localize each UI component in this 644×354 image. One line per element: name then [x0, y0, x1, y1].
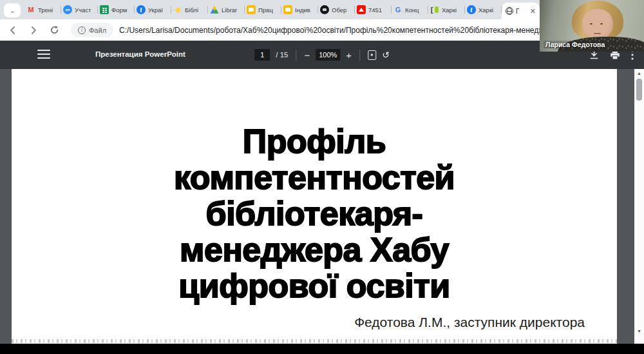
scroll-down-icon[interactable]: ▼	[634, 327, 644, 335]
bottom-letterbox-bar	[0, 344, 644, 354]
slides-icon	[247, 5, 256, 14]
cutoff-footer-text	[12, 339, 617, 343]
slide-title-line: компетентностей	[12, 159, 617, 195]
gmail-icon	[26, 5, 35, 14]
browser-tab[interactable]: Украї	[135, 0, 171, 19]
page-number-input[interactable]: 1	[254, 49, 270, 61]
active-tab-label: Г	[516, 8, 519, 15]
file-scheme-chip[interactable]: i Файл	[71, 23, 113, 37]
slide-title-line: цифрової освіти	[12, 268, 617, 304]
browser-tab[interactable]: Біблі	[171, 0, 208, 19]
brackets-icon	[430, 5, 439, 14]
pdf-page-controls: 1 / 15 − 100% + ↻	[254, 41, 389, 69]
browser-tab[interactable]: Форм	[98, 0, 135, 19]
tab-label: Украї	[148, 6, 163, 14]
page-total-label: / 15	[276, 51, 288, 59]
participant-face	[582, 9, 613, 40]
webcam-video-overlay[interactable]: Лариса Федотова	[540, 0, 644, 52]
tab-label: Індив	[295, 6, 310, 14]
toolbar-divider	[359, 50, 360, 61]
forward-button[interactable]	[26, 23, 41, 38]
browser-tab[interactable]: Харкі	[428, 0, 465, 19]
zoom-level-input[interactable]: 100%	[316, 49, 340, 61]
tab-label: Харкі	[478, 6, 493, 14]
browser-tab[interactable]: Трені	[24, 0, 61, 19]
browser-tab[interactable]: Харкі	[465, 0, 502, 19]
screen: ⌄ ТреніУчастФормУкраїБібліLibrarПрацІнди…	[0, 0, 644, 354]
slides-icon	[283, 5, 292, 14]
tab-label: Участ	[75, 6, 91, 14]
zoom-in-button[interactable]: +	[346, 50, 352, 60]
back-button[interactable]	[5, 23, 21, 38]
slide-title: Профількомпетентностейбібліотекаря-менед…	[12, 123, 617, 304]
globe-icon	[506, 7, 513, 15]
tab-label: Трені	[38, 6, 53, 14]
active-tab[interactable]: Г ✕	[502, 3, 540, 19]
document-title: Презентация PowerPoint	[95, 50, 185, 58]
close-tab-icon[interactable]: ✕	[530, 8, 536, 15]
zoom-out-button[interactable]: −	[304, 50, 310, 60]
rotate-button[interactable]: ↻	[382, 50, 390, 60]
scroll-up-icon[interactable]: ▲	[634, 69, 644, 77]
drive-icon	[210, 5, 219, 14]
facebook-icon	[137, 5, 146, 14]
tab-label: Librar	[222, 6, 237, 14]
dark-icon	[320, 5, 329, 14]
slide-title-line: Профіль	[12, 123, 617, 159]
tab-label: Прац	[258, 6, 273, 14]
tab-label: Біблі	[185, 6, 198, 14]
slide-page: Профількомпетентностейбібліотекаря-менед…	[12, 69, 617, 344]
tab-label: Харкі	[442, 6, 457, 14]
facebook-icon	[467, 5, 476, 14]
zoom-icon	[63, 5, 72, 14]
menu-icon[interactable]	[37, 50, 50, 59]
chevron-down-icon: ⌄	[10, 7, 15, 14]
inactive-tabs: ТреніУчастФормУкраїБібліLibrarПрацІндивО…	[24, 0, 502, 19]
tab-label: Конц	[405, 6, 419, 14]
tab-label: Форм	[111, 6, 127, 14]
participant-name-label: Лариса Федотова	[544, 41, 607, 48]
slide-title-line: менеджера Хабу	[12, 231, 617, 268]
slide-author: Федотова Л.М., заступник директора	[12, 315, 617, 330]
tab-label: Обер	[332, 6, 346, 14]
reload-button[interactable]	[46, 23, 62, 38]
info-icon: i	[78, 26, 86, 34]
scrollbar-thumb[interactable]	[636, 79, 642, 101]
google-icon	[393, 5, 402, 14]
toolbar-divider	[296, 50, 296, 61]
browser-tab[interactable]: Обер	[318, 0, 355, 19]
url-field[interactable]: C:/Users/Larisa/Documents/робота/Хаб%20ц…	[119, 26, 570, 35]
browser-tab[interactable]: Індив	[281, 0, 318, 19]
pdf-viewer-area: Профількомпетентностейбібліотекаря-менед…	[0, 69, 644, 344]
sparkle-icon	[173, 5, 182, 14]
browser-tab[interactable]: Прац	[245, 0, 281, 19]
browser-tab[interactable]: Librar	[208, 0, 245, 19]
tab-label: 7451	[368, 6, 382, 14]
fit-to-page-button[interactable]	[368, 50, 376, 60]
slide-title-line: бібліотекаря-	[12, 195, 617, 231]
file-chip-label: Файл	[89, 26, 106, 34]
scrollbar[interactable]: ▲ ▼	[634, 69, 644, 344]
sheets-icon	[100, 5, 109, 14]
tab-list-chevron-button[interactable]: ⌄	[4, 3, 21, 17]
browser-tab[interactable]: Конц	[392, 0, 428, 19]
browser-tab[interactable]: Участ	[61, 0, 98, 19]
acrobat-icon	[357, 5, 366, 14]
browser-tab[interactable]: 7451	[355, 0, 392, 19]
